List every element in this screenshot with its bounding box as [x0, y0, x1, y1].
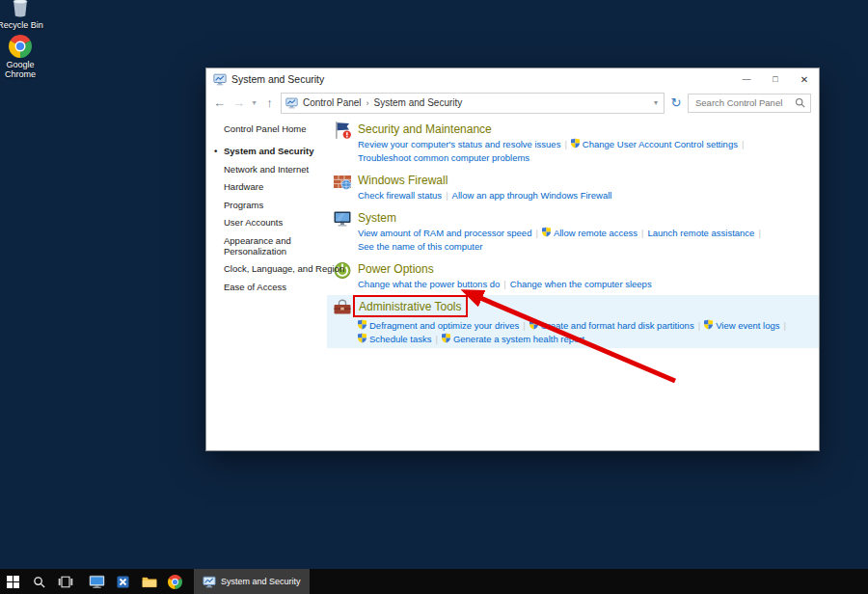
- sidebar-item-hardware[interactable]: Hardware: [224, 181, 320, 192]
- title-bar[interactable]: System and Security — □ ✕: [206, 68, 819, 90]
- search-input[interactable]: [693, 96, 795, 109]
- link-separator: |: [523, 320, 525, 331]
- link-schedule-tasks[interactable]: Schedule tasks: [369, 334, 431, 344]
- sidebar-item-label: Ease of Access: [224, 282, 286, 292]
- control-panel-icon: [285, 96, 298, 109]
- taskbar: System and Security: [0, 569, 868, 594]
- monitor-app-icon: [89, 575, 105, 589]
- search-icon: [795, 97, 805, 108]
- monitor-icon: [333, 209, 352, 229]
- taskbar-active-window-label: System and Security: [221, 577, 301, 586]
- link-defragment-drives[interactable]: Defragment and optimize your drives: [369, 320, 519, 331]
- link-change-power-buttons[interactable]: Change what the power buttons do: [358, 279, 500, 289]
- up-arrow-icon[interactable]: ↑: [261, 94, 278, 113]
- link-troubleshoot-problems[interactable]: Troubleshoot common computer problems: [358, 152, 529, 163]
- taskbar-x-app-button[interactable]: [110, 569, 136, 594]
- sidebar-item-label: System and Security: [224, 146, 313, 156]
- section-system: System View amount of RAM and processor …: [327, 206, 819, 256]
- section-title-link[interactable]: Windows Firewall: [358, 174, 448, 187]
- section-title-link[interactable]: Power Options: [358, 262, 434, 276]
- address-bar[interactable]: Control Panel › System and Security ▾: [281, 93, 665, 114]
- link-see-computer-name[interactable]: See the name of this computer: [358, 241, 482, 252]
- link-view-event-logs[interactable]: View event logs: [716, 320, 779, 331]
- start-button[interactable]: [0, 569, 26, 594]
- search-icon: [33, 576, 45, 588]
- link-separator: |: [564, 139, 566, 149]
- section-power-options: Power Options Change what the power butt…: [327, 257, 819, 293]
- link-allow-app-firewall[interactable]: Allow an app through Windows Firewall: [452, 190, 612, 201]
- address-dropdown-icon[interactable]: ▾: [652, 98, 660, 107]
- link-separator: |: [742, 139, 744, 149]
- link-separator: |: [641, 228, 643, 238]
- breadcrumb-separator: ›: [366, 98, 369, 108]
- desktop-icon-label: Google Chrome: [0, 60, 42, 79]
- taskbar-search-button[interactable]: [26, 569, 52, 594]
- control-panel-icon: [203, 575, 216, 588]
- link-change-computer-sleep[interactable]: Change when the computer sleeps: [510, 279, 652, 289]
- taskbar-folder-button[interactable]: [136, 569, 162, 594]
- maximize-button[interactable]: □: [761, 68, 790, 90]
- history-dropdown-icon[interactable]: ▾: [250, 94, 258, 113]
- uac-shield-icon: [704, 319, 713, 330]
- sidebar-item-system-and-security[interactable]: •System and Security: [224, 146, 320, 156]
- sidebar-item-user-accounts[interactable]: User Accounts: [224, 217, 320, 228]
- uac-shield-icon: [529, 319, 538, 330]
- link-launch-remote-assistance[interactable]: Launch remote assistance: [647, 228, 754, 238]
- chrome-icon: [168, 575, 182, 589]
- sidebar-item-ease-of-access[interactable]: Ease of Access: [224, 282, 320, 292]
- section-title-link[interactable]: System: [358, 211, 396, 225]
- taskbar-chrome-button[interactable]: [162, 569, 188, 594]
- link-generate-health-report[interactable]: Generate a system health report: [453, 334, 584, 344]
- taskbar-active-window-button[interactable]: System and Security: [194, 569, 310, 594]
- sidebar-item-label: Programs: [224, 200, 263, 210]
- recycle-bin-icon: [10, 0, 31, 18]
- uac-shield-icon: [442, 333, 450, 343]
- minimize-button[interactable]: —: [732, 68, 761, 90]
- link-change-uac-settings[interactable]: Change User Account Control settings: [583, 139, 738, 149]
- link-view-ram-processor[interactable]: View amount of RAM and processor speed: [358, 228, 531, 238]
- back-arrow-icon[interactable]: ←: [211, 94, 228, 113]
- search-box[interactable]: [688, 94, 811, 113]
- breadcrumb-control-panel[interactable]: Control Panel: [303, 97, 362, 108]
- sidebar: Control Panel Home •System and Security …: [206, 116, 327, 450]
- sidebar-item-appearance-and-personalization[interactable]: Appearance and Personalization: [224, 235, 320, 256]
- section-title-link[interactable]: Security and Maintenance: [358, 122, 492, 136]
- sidebar-item-control-panel-home[interactable]: Control Panel Home: [224, 123, 327, 134]
- link-check-firewall-status[interactable]: Check firewall status: [358, 190, 442, 201]
- uac-shield-icon: [358, 333, 366, 343]
- section-security-and-maintenance: Security and Maintenance Review your com…: [327, 118, 819, 167]
- sidebar-item-programs[interactable]: Programs: [224, 200, 320, 210]
- sidebar-item-network-and-internet[interactable]: Network and Internet: [224, 164, 320, 175]
- x-app-icon: [116, 575, 130, 589]
- forward-arrow-icon[interactable]: →: [231, 94, 247, 113]
- link-separator: |: [758, 228, 760, 238]
- link-separator: |: [784, 320, 786, 331]
- link-separator: |: [435, 334, 437, 344]
- desktop-icon-google-chrome[interactable]: Google Chrome: [0, 35, 51, 79]
- link-separator: |: [446, 190, 448, 201]
- breadcrumb-current[interactable]: System and Security: [374, 97, 463, 108]
- close-button[interactable]: ✕: [790, 68, 819, 90]
- navigation-bar: ← → ▾ ↑ Control Panel › System and Secur…: [206, 90, 819, 116]
- windows-logo-icon: [7, 576, 19, 588]
- annotation-red-box: Administrative Tools: [353, 295, 468, 317]
- refresh-icon[interactable]: ↻: [667, 94, 685, 113]
- link-separator: |: [535, 228, 537, 238]
- task-view-button[interactable]: [52, 569, 78, 594]
- link-allow-remote-access[interactable]: Allow remote access: [554, 228, 637, 238]
- task-view-icon: [58, 576, 73, 588]
- firewall-icon: [333, 172, 352, 191]
- section-windows-firewall: Windows Firewall Check firewall status|A…: [327, 169, 819, 204]
- folder-icon: [142, 576, 157, 588]
- sidebar-item-label: Hardware: [224, 181, 263, 192]
- sidebar-item-clock-language-region[interactable]: Clock, Language, and Region: [224, 263, 320, 274]
- uac-shield-icon: [542, 227, 551, 237]
- link-review-status[interactable]: Review your computer's status and resolv…: [358, 139, 560, 149]
- link-create-format-partitions[interactable]: Create and format hard disk partitions: [541, 320, 694, 331]
- sidebar-item-label: User Accounts: [224, 217, 283, 228]
- section-administrative-tools: Administrative Tools Defragment and opti…: [327, 295, 819, 348]
- section-title-link[interactable]: Administrative Tools: [359, 300, 462, 313]
- flag-icon: [333, 121, 352, 140]
- desktop-icon-recycle-bin[interactable]: Recycle Bin: [0, 0, 51, 30]
- taskbar-pc-app-button[interactable]: [84, 569, 110, 594]
